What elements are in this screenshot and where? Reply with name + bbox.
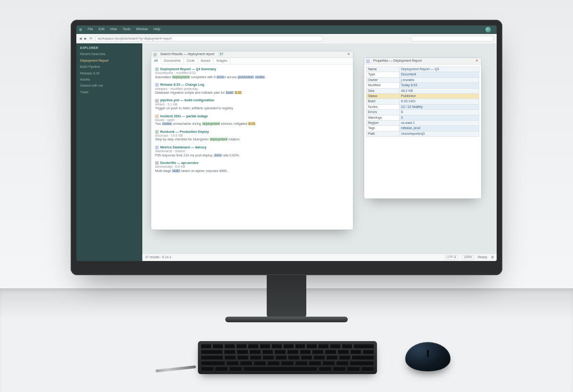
status-zoom[interactable]: 100% xyxy=(462,255,474,260)
result-item[interactable]: Deployment Report — Q3 Summarydocs/repor… xyxy=(155,67,349,79)
sidebar-item-assets[interactable]: Assets xyxy=(80,78,139,82)
property-row: StatusPublished xyxy=(367,93,479,98)
address-value: workspace://projects/search?q=deployment… xyxy=(98,37,172,41)
menu-view[interactable]: View xyxy=(110,27,117,31)
mouse xyxy=(405,342,450,371)
tab-code[interactable]: Code xyxy=(184,58,198,64)
gear-icon[interactable]: ⚙ xyxy=(491,255,494,259)
sidebar-item-pipeline[interactable]: Build Pipeline xyxy=(80,65,139,69)
sidebar-item-trash[interactable]: Trash xyxy=(80,90,139,94)
sidebar-header: EXPLORER xyxy=(80,46,139,50)
property-value: Deployment Report — Q3 xyxy=(400,67,479,72)
result-item[interactable]: Release 8.33 — Change Logreleases · modi… xyxy=(155,83,349,95)
sidebar: EXPLORER Recent Searches Deployment Repo… xyxy=(76,43,142,261)
property-key: Size xyxy=(367,88,400,93)
property-row: Path/docs/reports/q3 xyxy=(367,131,479,136)
property-value: j.morales xyxy=(400,77,479,82)
property-value: 3 xyxy=(400,115,479,120)
property-value: release, prod xyxy=(400,126,479,131)
properties-body: NameDeployment Report — Q3TypeDocumentOw… xyxy=(364,65,481,198)
search-input[interactable] xyxy=(411,36,494,41)
address-input[interactable]: workspace://projects/search?q=deployment… xyxy=(95,36,323,41)
results-window-titlebar[interactable]: Search Results — deployment report 37 ✕ xyxy=(151,51,353,58)
tab-documents[interactable]: Documents xyxy=(161,58,184,64)
window-icon xyxy=(153,53,157,57)
app-titlebar: File Edit View Tools Window Help xyxy=(76,25,497,34)
results-window[interactable]: Search Results — deployment report 37 ✕ … xyxy=(151,51,353,230)
result-type-icon xyxy=(155,146,159,149)
property-row: Tagsrelease, prod xyxy=(367,126,479,131)
results-tabs: All Documents Code Issues Images xyxy=(151,58,353,65)
result-type-icon xyxy=(155,114,159,118)
monitor-stand-neck xyxy=(267,275,306,318)
sidebar-item-recent[interactable]: Recent Searches xyxy=(80,52,139,56)
user-avatar[interactable] xyxy=(485,27,491,33)
back-icon[interactable]: ◀ xyxy=(79,37,82,41)
results-count-badge: 37 xyxy=(218,52,225,56)
status-bar: 37 results · 0.14 s UTF-8 100% Ready ⚙ xyxy=(142,253,497,261)
forward-icon[interactable]: ▶ xyxy=(84,37,87,41)
status-left: 37 results · 0.14 s xyxy=(145,255,171,259)
workspace: EXPLORER Recent Searches Deployment Repo… xyxy=(76,43,497,261)
address-bar: ◀ ▶ ⟳ workspace://projects/search?q=depl… xyxy=(76,34,497,43)
property-row: Nodes12 / 12 healthy xyxy=(367,104,479,109)
property-key: Region xyxy=(367,120,400,125)
property-key: Owner xyxy=(367,77,400,82)
property-row: Warnings3 xyxy=(367,115,479,120)
property-row: Size48.2 KB xyxy=(367,88,479,93)
properties-window-titlebar[interactable]: Properties — Deployment Report ✕ xyxy=(364,58,481,65)
result-type-icon xyxy=(155,83,159,87)
sidebar-item-shared[interactable]: Shared with me xyxy=(80,84,139,88)
result-type-icon xyxy=(155,99,159,103)
close-icon[interactable]: ✕ xyxy=(346,52,351,57)
property-key: Path xyxy=(367,131,400,136)
sidebar-item-release[interactable]: Release 8.33 xyxy=(80,72,139,75)
app-icon xyxy=(79,28,82,31)
status-mode: Ready xyxy=(478,255,487,259)
result-item[interactable]: pipeline.yml — build configurationinfra/… xyxy=(155,98,349,110)
close-icon[interactable]: ✕ xyxy=(475,59,479,64)
property-key: Build xyxy=(367,99,400,104)
menu-tools[interactable]: Tools xyxy=(123,27,130,31)
property-row: TypeDocument xyxy=(367,72,479,77)
result-item[interactable]: Incident 2041 — partial outageissues · o… xyxy=(155,114,349,126)
reload-icon[interactable]: ⟳ xyxy=(90,37,92,41)
property-row: NameDeployment Report — Q3 xyxy=(367,67,479,72)
window-icon xyxy=(366,59,370,63)
tab-images[interactable]: Images xyxy=(213,58,230,64)
menu-window[interactable]: Window xyxy=(136,27,148,31)
properties-window[interactable]: Properties — Deployment Report ✕ NameDep… xyxy=(364,57,482,199)
sidebar-item-deployment[interactable]: Deployment Report xyxy=(80,59,139,63)
tab-all[interactable]: All xyxy=(151,58,161,65)
property-value: Today 8:33 xyxy=(400,83,479,88)
properties-window-title: Properties — Deployment Report xyxy=(373,59,422,63)
result-type-icon xyxy=(155,161,159,165)
monitor: File Edit View Tools Window Help ◀ ▶ ⟳ w… xyxy=(71,20,502,322)
result-item[interactable]: Runbook — Production Deploydocs/ops · 14… xyxy=(155,130,349,142)
keyboard xyxy=(198,341,377,374)
monitor-stand-base xyxy=(225,317,348,322)
results-window-title: Search Results — deployment report xyxy=(160,52,214,56)
property-value: Published xyxy=(400,93,479,98)
property-value: 8.33.1421 xyxy=(400,99,479,104)
result-item[interactable]: Metrics Dashboard — latencydashboards · … xyxy=(155,146,349,157)
property-row: ModifiedToday 8:33 xyxy=(367,83,479,88)
property-value: 0 xyxy=(400,110,479,115)
canvas: Search Results — deployment report 37 ✕ … xyxy=(142,43,497,261)
property-value: 12 / 12 healthy xyxy=(400,104,479,109)
tab-issues[interactable]: Issues xyxy=(198,58,213,64)
result-item[interactable]: Dockerfile — api-serviceservices/api · 0… xyxy=(155,161,349,173)
property-row: Regionus-east-1 xyxy=(367,120,479,125)
result-type-icon xyxy=(155,130,159,134)
property-key: Warnings xyxy=(367,115,400,120)
property-key: Modified xyxy=(367,83,400,88)
menu-help[interactable]: Help xyxy=(154,27,160,31)
status-encoding[interactable]: UTF-8 xyxy=(445,255,458,260)
property-key: Status xyxy=(367,93,400,98)
results-list[interactable]: Deployment Report — Q3 Summarydocs/repor… xyxy=(151,65,353,229)
menu-file[interactable]: File xyxy=(88,27,93,31)
property-row: Build8.33.1421 xyxy=(367,99,479,104)
property-value: Document xyxy=(400,72,479,77)
menu-edit[interactable]: Edit xyxy=(98,27,104,31)
property-key: Type xyxy=(367,72,400,77)
